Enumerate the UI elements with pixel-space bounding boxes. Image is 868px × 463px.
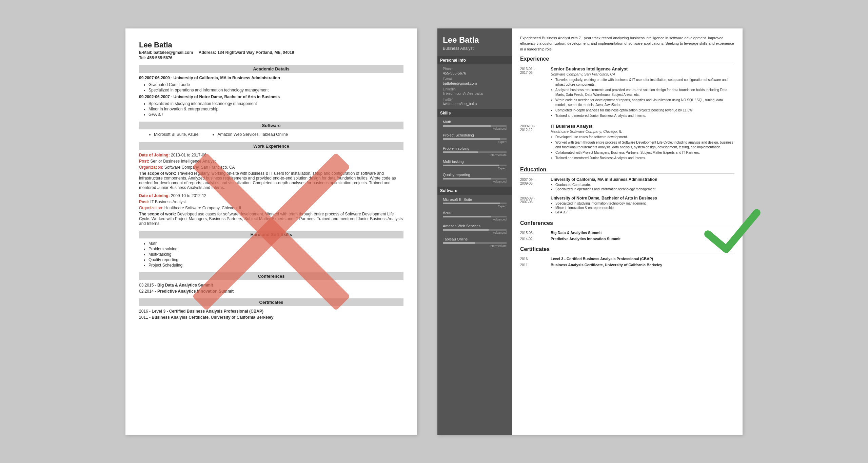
- edu-date: 2007-09 -2009-06: [520, 177, 551, 192]
- edu-date: 2002-09 -2007-06: [520, 196, 551, 215]
- work-item-1-post: Post: Senior Business Intelligence Analy…: [139, 159, 403, 164]
- education-item: 2007-09 -2009-06 University of Californi…: [520, 177, 734, 192]
- work-item-2-org: Organization: Healthcare Software Compan…: [139, 206, 403, 210]
- summary-text: Experienced Business Analyst with 7+ yea…: [520, 35, 734, 52]
- skill-bar-bg: [443, 125, 507, 127]
- software-bar-bg: [443, 216, 507, 217]
- software-bar-bg: [443, 203, 507, 204]
- company: Software Company, San Francisco, CA: [551, 72, 734, 76]
- exp-bullet: Wrote code as needed for development of …: [555, 98, 734, 107]
- certificates-heading: Certificates: [520, 246, 734, 253]
- certificate-items: 2016 Level 3 - Certified Business Analys…: [520, 257, 734, 267]
- software-col1: Microsoft BI Suite, Azure: [149, 132, 198, 138]
- software-bars: Microsoft BI Suite Expert Azure Advanced…: [443, 197, 507, 248]
- software-level: Intermediate: [443, 244, 507, 248]
- skill-bar-item: Math Advanced: [443, 120, 507, 130]
- left-tel-line: Tel: 455-555-5676: [139, 56, 403, 60]
- education-items: 2007-09 -2009-06 University of Californi…: [520, 177, 734, 215]
- edu-body: University of California, MA in Business…: [551, 177, 657, 192]
- education-heading: Education: [520, 167, 734, 174]
- cert-date: 2011: [520, 263, 551, 267]
- edu-bullet: Specialized in studying information tech…: [149, 101, 403, 106]
- skill-level: Advanced: [443, 127, 507, 130]
- work-item-2-dates: Date of Joining: 2009-10 to 2012-12: [139, 193, 403, 198]
- software-name: Amazon Web Services: [443, 224, 507, 228]
- education-item: 2002-09 -2007-06 University of Notre Dam…: [520, 196, 734, 215]
- left-name: Lee Batla: [139, 41, 403, 49]
- skill-bar-item: Problem solving Intermediate: [443, 146, 507, 157]
- cert-item-1: 2016 - Level 3 - Certified Business Anal…: [139, 309, 403, 314]
- certificate-item: 2011 Business Analysis Certificate, Univ…: [520, 263, 734, 267]
- experience-item: 2009-10 -2012-12 IT Business Analyst Hea…: [520, 124, 734, 161]
- experience-items: 2013-01 -2017-06 Senior Business Intelli…: [520, 66, 734, 161]
- conference-items: 2015-03 Big Data & Analytics Summit 2014…: [520, 231, 734, 241]
- conf-date: 2014-02: [520, 237, 551, 241]
- exp-bullet: Traveled regularly, working on-site with…: [555, 78, 734, 87]
- edu-bullet: Minor in innovation & entrepreneurship: [555, 206, 657, 210]
- conferences-heading: Conferences: [520, 220, 734, 227]
- exp-body: IT Business Analyst Healthcare Software …: [551, 124, 734, 161]
- skill-bar-bg: [443, 151, 507, 153]
- sidebar-name: Lee Batla: [443, 35, 507, 45]
- software-level: Expert: [443, 205, 507, 208]
- software-bar-item: Amazon Web Services Advanced: [443, 224, 507, 234]
- software-row: Microsoft BI Suite, Azure Amazon Web Ser…: [149, 132, 403, 138]
- cert-name: Level 3 - Certified Business Analysis Pr…: [551, 257, 653, 261]
- experience-item: 2013-01 -2017-06 Senior Business Intelli…: [520, 66, 734, 119]
- skill-name: Multi-tasking: [443, 160, 507, 164]
- edu-bullet: Graduated Cum Laude: [149, 82, 403, 87]
- skill-item: Quality reporting: [149, 257, 403, 262]
- skill-level: Advanced: [443, 180, 507, 183]
- conf-name: Predictive Analytics Innovation Summit: [551, 237, 620, 241]
- company: Healthcare Software Company, Chicago, IL: [551, 129, 734, 133]
- software-section-title-sb: Software: [437, 187, 512, 195]
- job-title: IT Business Analyst: [551, 124, 734, 129]
- edu-bullet: Specialized in operations and informatio…: [555, 187, 657, 191]
- exp-bullets: Traveled regularly, working on-site with…: [555, 78, 734, 118]
- main-container: Lee Batla E-Mail: battalee@gmail.com Add…: [125, 28, 743, 435]
- edu-bullet: GPA 3.7: [555, 210, 657, 214]
- work-item-1-dates: Date of Joining: 2013-01 to 2017-06: [139, 153, 403, 157]
- skill-item: Math: [149, 241, 403, 246]
- linkedin-label: LinkedIn: [443, 87, 507, 91]
- software-name: Microsoft BI Suite: [443, 197, 507, 202]
- skill-bar-fill: [443, 178, 491, 180]
- software-bar-fill: [443, 229, 489, 231]
- conf-name: Big Data & Analytics Summit: [551, 231, 602, 235]
- exp-bullet: Trained and mentored Junior Business Ana…: [555, 156, 734, 161]
- software-item: Amazon Web Services, Tableau Online: [217, 132, 288, 137]
- software-bar-item: Microsoft BI Suite Expert: [443, 197, 507, 208]
- software-col2: Amazon Web Services, Tableau Online: [212, 132, 288, 138]
- software-bar-fill: [443, 216, 491, 217]
- right-resume: Lee Batla Business Analyst Personal Info…: [437, 28, 743, 435]
- skill-level: Intermediate: [443, 153, 507, 157]
- conferences-section: Conferences 2015-03 Big Data & Analytics…: [520, 220, 734, 241]
- skill-item: Problem solving: [149, 247, 403, 251]
- skills-section-title-sb: Skills: [437, 109, 512, 117]
- software-bar-item: Azure Advanced: [443, 211, 507, 221]
- left-resume: Lee Batla E-Mail: battalee@gmail.com Add…: [125, 28, 417, 435]
- exp-body: Senior Business Intelligence Analyst Sof…: [551, 66, 734, 119]
- work-item-1-scope: The scope of work: Traveled regularly, w…: [139, 171, 403, 190]
- exp-bullet: Trained and mentored Junior Business Ana…: [555, 113, 734, 118]
- conf-section-title: Conferences: [139, 272, 403, 280]
- skill-name: Problem solving: [443, 146, 507, 150]
- work-item-1-org: Organization: Software Company, San Fran…: [139, 165, 403, 170]
- email-label: E-mail: [443, 77, 507, 81]
- edu-bullet: Specialized in operations and informatio…: [149, 88, 403, 92]
- conf-item-1: 03.2015 - Big Data & Analytics Summit: [139, 283, 403, 288]
- left-header: Lee Batla E-Mail: battalee@gmail.com Add…: [139, 41, 403, 60]
- email-label: E-Mail:: [139, 50, 152, 55]
- skill-bar-bg: [443, 178, 507, 180]
- cert-date: 2016: [520, 257, 551, 261]
- skills-section-title: Hard and Soft Skills: [139, 231, 403, 238]
- linkedin-value: linkedin.com/in/lee.balta: [443, 91, 507, 96]
- software-bar-fill: [443, 242, 475, 244]
- software-level: Advanced: [443, 231, 507, 234]
- edu-bullets: Specialized in studying information tech…: [555, 202, 657, 214]
- work-item-2-scope: The scope of work: Developed use cases f…: [139, 212, 403, 226]
- exp-date: 2009-10 -2012-12: [520, 124, 551, 161]
- sidebar-title: Business Analyst: [443, 46, 507, 51]
- skill-item: Multi-tasking: [149, 252, 403, 257]
- software-level: Advanced: [443, 218, 507, 221]
